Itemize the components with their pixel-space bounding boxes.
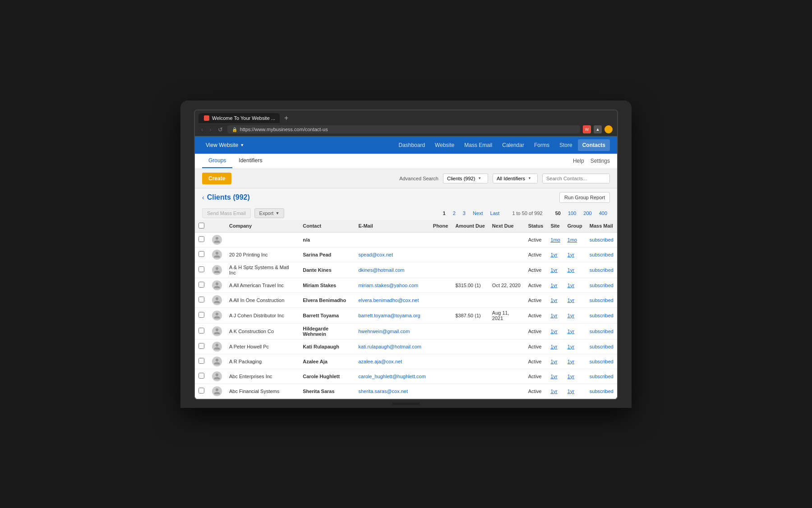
row-company[interactable]: A All American Travel Inc	[226, 278, 299, 293]
row-site[interactable]: 1mo	[547, 232, 563, 247]
row-contact[interactable]: Kati Rulapaugh	[299, 339, 355, 354]
row-checkbox-5[interactable]	[198, 312, 204, 318]
row-group[interactable]: 1yr	[564, 262, 586, 278]
page-size-50[interactable]: 50	[553, 210, 563, 217]
list-title[interactable]: Clients (992)	[207, 193, 250, 201]
group-filter-dropdown[interactable]: Clients (992) ▼	[443, 174, 488, 183]
row-site[interactable]: 1yr	[547, 278, 563, 293]
select-all-checkbox[interactable]	[198, 223, 204, 229]
nav-mass-email[interactable]: Mass Email	[460, 139, 497, 151]
row-mass-mail[interactable]: subscribed	[586, 307, 617, 323]
page-3-button[interactable]: 3	[460, 210, 468, 217]
export-button[interactable]: Export ▼	[254, 208, 285, 218]
row-group[interactable]: 1yr	[564, 307, 586, 323]
row-checkbox-2[interactable]	[198, 266, 204, 272]
row-checkbox-4[interactable]	[198, 297, 204, 302]
nav-calendar[interactable]: Calendar	[498, 139, 529, 151]
row-mass-mail[interactable]: subscribed	[586, 232, 617, 247]
row-company[interactable]: A R Packaging	[226, 354, 299, 369]
row-company[interactable]: 20 20 Printing Inc	[226, 247, 299, 262]
table-row[interactable]: n/a Active 1mo 1mo subscribed	[195, 232, 617, 247]
help-link[interactable]: Help	[573, 158, 584, 164]
search-input[interactable]	[542, 174, 610, 183]
row-email[interactable]: miriam.stakes@yahoo.com	[355, 278, 429, 293]
row-group[interactable]: 1yr	[564, 354, 586, 369]
row-group[interactable]: 1yr	[564, 293, 586, 307]
row-contact[interactable]: Barrett Toyama	[299, 307, 355, 323]
row-checkbox-10[interactable]	[198, 388, 204, 394]
identifier-filter-dropdown[interactable]: All Identifiers ▼	[493, 174, 538, 183]
nav-website[interactable]: Website	[430, 139, 459, 151]
row-mass-mail[interactable]: subscribed	[586, 247, 617, 262]
row-site[interactable]: 1yr	[547, 247, 563, 262]
row-mass-mail[interactable]: subscribed	[586, 323, 617, 339]
row-mass-mail[interactable]: subscribed	[586, 384, 617, 398]
send-mass-email-button[interactable]: Send Mass Email	[202, 208, 251, 218]
table-row[interactable]: A All In One Construction Elvera Benimad…	[195, 293, 617, 307]
address-bar[interactable]: 🔒 https://www.mybusiness.com/contact-us	[227, 125, 580, 133]
row-contact[interactable]: Hildegarde Wehrwein	[299, 323, 355, 339]
run-group-report-button[interactable]: Run Group Report	[559, 192, 610, 203]
page-size-400[interactable]: 400	[596, 210, 610, 217]
row-email[interactable]: hwehrwein@gmail.com	[355, 323, 429, 339]
nav-forms[interactable]: Forms	[530, 139, 554, 151]
back-arrow-icon[interactable]: ‹	[202, 194, 204, 201]
row-company[interactable]: A K Construction Co	[226, 323, 299, 339]
col-amount-due[interactable]: Amount Due	[452, 220, 488, 233]
row-mass-mail[interactable]: subscribed	[586, 278, 617, 293]
new-tab-button[interactable]: +	[281, 114, 291, 122]
row-checkbox-8[interactable]	[198, 358, 204, 364]
row-email[interactable]: azalee.aja@cox.net	[355, 354, 429, 369]
row-site[interactable]: 1yr	[547, 323, 563, 339]
row-company[interactable]: A All In One Construction	[226, 293, 299, 307]
row-checkbox-6[interactable]	[198, 328, 204, 334]
row-contact[interactable]: Dante Kines	[299, 262, 355, 278]
row-mass-mail[interactable]: subscribed	[586, 339, 617, 354]
subnav-groups[interactable]: Groups	[202, 154, 232, 168]
table-row[interactable]: 20 20 Printing Inc Sarina Pead spead@cox…	[195, 247, 617, 262]
row-group[interactable]: 1mo	[564, 232, 586, 247]
row-company[interactable]: A Peter Howell Pc	[226, 339, 299, 354]
col-phone[interactable]: Phone	[429, 220, 452, 233]
row-group[interactable]: 1yr	[564, 323, 586, 339]
forward-button[interactable]: ›	[208, 125, 213, 134]
row-checkbox-3[interactable]	[198, 282, 204, 288]
row-email[interactable]	[355, 232, 429, 247]
col-status[interactable]: Status	[525, 220, 547, 233]
row-contact[interactable]: Carole Hughlett	[299, 369, 355, 384]
row-company[interactable]: Abc Enterprises Inc	[226, 369, 299, 384]
row-company[interactable]: A & H Sptz Systems & Matl Inc	[226, 262, 299, 278]
col-mass-mail[interactable]: Mass Mail	[586, 220, 617, 233]
row-email[interactable]: sherita.saras@cox.net	[355, 384, 429, 398]
create-button[interactable]: Create	[202, 173, 231, 184]
row-mass-mail[interactable]: subscribed	[586, 262, 617, 278]
row-company[interactable]	[226, 232, 299, 247]
table-row[interactable]: A Peter Howell Pc Kati Rulapaugh kati.ru…	[195, 339, 617, 354]
col-next-due[interactable]: Next Due	[489, 220, 525, 233]
table-row[interactable]: Abc Enterprises Inc Carole Hughlett caro…	[195, 369, 617, 384]
row-contact[interactable]: Azalee Aja	[299, 354, 355, 369]
row-email[interactable]: elvera.benimadho@cox.net	[355, 293, 429, 307]
page-2-button[interactable]: 2	[450, 210, 458, 217]
row-checkbox-9[interactable]	[198, 373, 204, 379]
col-group[interactable]: Group	[564, 220, 586, 233]
row-group[interactable]: 1yr	[564, 369, 586, 384]
row-company[interactable]: Abc Financial Systems	[226, 384, 299, 398]
table-row[interactable]: Abc Financial Systems Sherita Saras sher…	[195, 384, 617, 398]
nav-contacts[interactable]: Contacts	[578, 139, 610, 151]
row-contact[interactable]: Miriam Stakes	[299, 278, 355, 293]
row-email[interactable]: kati.rulapaugh@hotmail.com	[355, 339, 429, 354]
view-website-button[interactable]: View Website ▼	[202, 139, 248, 151]
row-checkbox-0[interactable]	[198, 236, 204, 242]
row-checkbox-7[interactable]	[198, 343, 204, 349]
col-company[interactable]: Company	[226, 220, 299, 233]
row-email[interactable]: spead@cox.net	[355, 247, 429, 262]
nav-dashboard[interactable]: Dashboard	[394, 139, 429, 151]
table-row[interactable]: A R Packaging Azalee Aja azalee.aja@cox.…	[195, 354, 617, 369]
nav-store[interactable]: Store	[555, 139, 577, 151]
row-company[interactable]: A J Cohen Distributor Inc	[226, 307, 299, 323]
row-group[interactable]: 1yr	[564, 247, 586, 262]
row-checkbox-1[interactable]	[198, 251, 204, 257]
table-row[interactable]: A J Cohen Distributor Inc Barrett Toyama…	[195, 307, 617, 323]
refresh-button[interactable]: ↺	[216, 125, 225, 134]
